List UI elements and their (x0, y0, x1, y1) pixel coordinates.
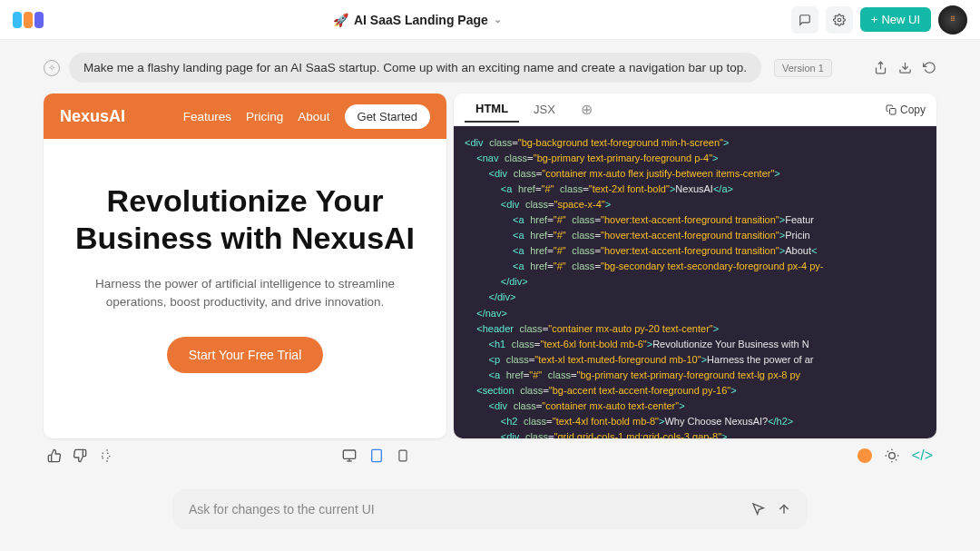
send-icon[interactable] (777, 502, 791, 517)
preview-hero: Revolutionize Your Business with NexusAI… (44, 139, 446, 417)
hero-cta-button[interactable]: Start Your Free Trial (167, 337, 324, 373)
top-bar: 🚀 AI SaaS Landing Page ⌄ + New UI ⠿ (0, 0, 980, 40)
composer-placeholder: Ask for changes to the current UI (189, 502, 375, 517)
page-title-dropdown[interactable]: 🚀 AI SaaS Landing Page ⌄ (44, 13, 791, 27)
preview-brand[interactable]: NexusAI (60, 107, 125, 126)
svg-rect-4 (343, 450, 355, 458)
copy-button[interactable]: Copy (886, 103, 926, 116)
svg-point-10 (889, 453, 896, 459)
avatar[interactable]: ⠿ (938, 5, 967, 34)
prompt-row: ✧ Make me a flashy landing page for an A… (44, 53, 936, 83)
hero-title: Revolutionize Your Business with NexusAI (69, 182, 421, 257)
hero-subtitle: Harness the power of artificial intellig… (69, 275, 421, 312)
thumbs-down-icon[interactable] (73, 448, 87, 463)
theme-dot-icon[interactable] (858, 448, 872, 463)
page-title: AI SaaS Landing Page (354, 13, 488, 27)
version-badge[interactable]: Version 1 (774, 59, 832, 77)
response-toolbar: </> (44, 438, 936, 464)
nav-link-features[interactable]: Features (183, 110, 231, 123)
svg-rect-3 (889, 108, 896, 114)
svg-line-13 (887, 451, 888, 452)
share-icon[interactable] (874, 61, 887, 74)
new-ui-button[interactable]: + New UI (860, 7, 931, 32)
sun-icon[interactable] (885, 448, 899, 463)
add-tab-button[interactable]: ⊕ (570, 95, 603, 123)
svg-rect-7 (372, 449, 382, 461)
desktop-icon[interactable] (342, 448, 357, 463)
cursor-icon[interactable] (751, 502, 766, 517)
thumbs-up-icon[interactable] (47, 448, 62, 463)
preview-panel: NexusAI Features Pricing About Get Start… (44, 93, 446, 438)
user-prompt: Make me a flashy landing page for an AI … (69, 53, 761, 83)
preview-nav: NexusAI Features Pricing About Get Start… (44, 93, 446, 139)
svg-line-14 (896, 459, 897, 460)
rocket-icon: 🚀 (333, 13, 348, 27)
code-tabs: HTML JSX ⊕ Copy (454, 93, 936, 126)
tab-jsx[interactable]: JSX (523, 97, 566, 122)
svg-point-0 (838, 18, 841, 22)
download-icon[interactable] (898, 61, 912, 74)
tablet-icon[interactable] (369, 448, 384, 463)
code-toggle-icon[interactable]: </> (912, 448, 933, 464)
tab-html[interactable]: HTML (465, 96, 519, 123)
history-icon[interactable] (923, 61, 936, 74)
mobile-icon[interactable] (397, 448, 409, 463)
nav-link-pricing[interactable]: Pricing (246, 110, 283, 123)
composer-input[interactable]: Ask for changes to the current UI (172, 489, 808, 529)
system-avatar-icon: ✧ (44, 60, 60, 76)
app-logo[interactable] (13, 12, 44, 28)
code-panel: HTML JSX ⊕ Copy <div class="bg-backgroun… (454, 93, 936, 438)
chevron-down-icon: ⌄ (494, 14, 502, 25)
nav-cta-button[interactable]: Get Started (345, 104, 430, 129)
plus-icon: + (871, 13, 878, 26)
gear-icon[interactable] (826, 6, 853, 34)
nav-link-about[interactable]: About (298, 110, 329, 123)
chat-icon[interactable] (791, 6, 818, 34)
code-body[interactable]: <div class="bg-background text-foregroun… (454, 126, 936, 438)
svg-rect-8 (399, 450, 407, 461)
magic-wand-icon[interactable] (98, 448, 113, 463)
